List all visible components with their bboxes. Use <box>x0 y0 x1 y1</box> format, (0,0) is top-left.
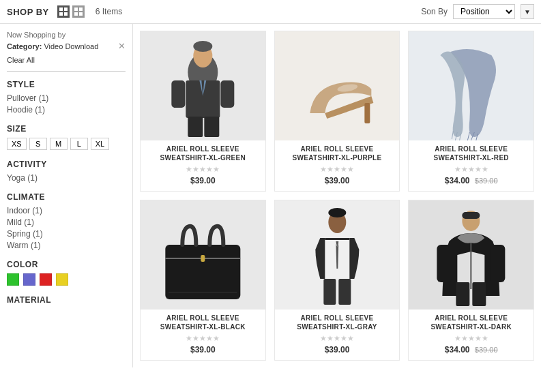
size-xl[interactable]: XL <box>91 138 109 150</box>
activity-filter-header: ACTIVITY <box>7 160 126 169</box>
product-price-2: $39.00 <box>279 176 396 185</box>
size-options: XS S M L XL <box>7 138 126 150</box>
material-filter-section: MATERIAL <box>7 295 126 305</box>
clear-all-link[interactable]: Clear All <box>7 56 126 72</box>
filter-item-mild[interactable]: Mild (1) <box>7 217 126 227</box>
color-swatch-yellow[interactable] <box>56 273 68 286</box>
product-stars-4: ★★★★★ <box>145 334 261 343</box>
filter-item-hoodie[interactable]: Hoodie (1) <box>7 105 126 115</box>
svg-rect-50 <box>456 282 470 306</box>
product-grid: ARIEL ROLL SLEEVE SWEATSHIRT-XL-GREEN ★★… <box>140 31 534 361</box>
size-xs[interactable]: XS <box>7 138 27 150</box>
climate-filter-header: CLIMATE <box>7 192 126 202</box>
product-info-4: ARIEL ROLL SLEEVE SWEATSHIRT-XL-BLACK ★★… <box>141 310 265 360</box>
product-card-4[interactable]: ARIEL ROLL SLEEVE SWEATSHIRT-XL-BLACK ★★… <box>140 200 266 361</box>
color-swatch-blue[interactable] <box>23 273 35 286</box>
svg-rect-7 <box>79 12 83 16</box>
product-stars-3: ★★★★★ <box>413 165 529 174</box>
svg-rect-5 <box>79 7 83 11</box>
product-name-5: ARIEL ROLL SLEEVE SWEATSHIRT-XL-GRAY <box>279 314 396 331</box>
content-area: ARIEL ROLL SLEEVE SWEATSHIRT-XL-GREEN ★★… <box>133 24 541 367</box>
svg-rect-4 <box>74 7 78 11</box>
svg-rect-2 <box>59 12 63 16</box>
color-swatch-green[interactable] <box>7 273 19 286</box>
sort-select[interactable]: Position Name Price <box>453 4 515 19</box>
svg-point-14 <box>193 41 212 52</box>
color-filter-section: COLOR <box>7 260 126 286</box>
style-filter-header: STYLE <box>7 80 126 89</box>
product-card-6[interactable]: SALE NEW <box>408 200 534 361</box>
product-name-6: ARIEL ROLL SLEEVE SWEATSHIRT-XL-DARK <box>413 314 529 331</box>
grid-view-toggle[interactable] <box>57 5 85 18</box>
svg-rect-48 <box>437 245 452 282</box>
svg-rect-51 <box>473 282 486 306</box>
size-l[interactable]: L <box>70 138 88 150</box>
product-image-1 <box>141 31 265 140</box>
material-filter-header: MATERIAL <box>7 295 126 305</box>
size-s[interactable]: S <box>29 138 47 150</box>
size-m[interactable]: M <box>50 138 68 150</box>
style-filter-section: STYLE Pullover (1) Hoodie (1) <box>7 80 126 115</box>
product-stars-2: ★★★★★ <box>279 165 396 174</box>
product-image-3 <box>409 31 533 140</box>
product-image-5 <box>275 200 400 310</box>
svg-rect-32 <box>201 255 205 262</box>
svg-rect-10 <box>186 80 220 118</box>
product-price-6: $34.00 $39.00 <box>413 345 529 355</box>
product-image-6 <box>409 200 533 310</box>
product-name-4: ARIEL ROLL SLEEVE SWEATSHIRT-XL-BLACK <box>145 314 261 331</box>
product-card-5[interactable]: ARIEL ROLL SLEEVE SWEATSHIRT-XL-GRAY ★★★… <box>274 200 400 361</box>
color-filter-header: COLOR <box>7 260 126 269</box>
color-swatch-red[interactable] <box>40 273 52 286</box>
filter-item-pullover[interactable]: Pullover (1) <box>7 93 126 103</box>
svg-rect-42 <box>323 279 336 305</box>
svg-rect-15 <box>188 117 203 137</box>
filter-item-yoga[interactable]: Yoga (1) <box>7 173 126 183</box>
product-card-1[interactable]: ARIEL ROLL SLEEVE SWEATSHIRT-XL-GREEN ★★… <box>140 31 266 192</box>
product-image-4 <box>141 200 265 310</box>
filter-item-spring[interactable]: Spring (1) <box>7 229 126 239</box>
svg-rect-16 <box>204 117 219 137</box>
items-count: 6 Items <box>96 7 122 16</box>
now-shopping-label: Now Shopping by <box>7 31 126 39</box>
now-shopping-section: Now Shopping by Category: Video Download… <box>7 31 126 50</box>
svg-rect-17 <box>171 80 185 108</box>
svg-rect-39 <box>325 238 349 240</box>
svg-rect-46 <box>463 212 480 219</box>
top-bar: SHOP BY 6 Items Son By Position Name Pri… <box>0 0 541 24</box>
product-info-2: ARIEL ROLL SLEEVE SWEATSHIRT-XL-PURPLE ★… <box>275 140 400 191</box>
product-price-4: $39.00 <box>145 345 261 355</box>
product-info-6: ARIEL ROLL SLEEVE SWEATSHIRT-XL-DARK ★★★… <box>409 310 533 360</box>
product-name-2: ARIEL ROLL SLEEVE SWEATSHIRT-XL-PURPLE <box>279 145 396 162</box>
color-swatches <box>7 273 126 286</box>
shop-by-title: SHOP BY <box>7 7 49 17</box>
sort-by-label: Son By <box>421 7 448 16</box>
activity-filter-section: ACTIVITY Yoga (1) <box>7 160 126 183</box>
svg-rect-43 <box>338 279 351 305</box>
size-filter-header: SIZE <box>7 124 126 134</box>
product-stars-6: ★★★★★ <box>413 334 529 343</box>
sort-arrow-btn[interactable]: ▼ <box>521 4 534 19</box>
svg-rect-1 <box>64 7 68 11</box>
grid-4-icon[interactable] <box>57 5 70 18</box>
sidebar: Now Shopping by Category: Video Download… <box>0 24 133 367</box>
svg-rect-18 <box>220 80 234 108</box>
product-info-1: ARIEL ROLL SLEEVE SWEATSHIRT-XL-GREEN ★★… <box>141 140 265 191</box>
product-name-1: ARIEL ROLL SLEEVE SWEATSHIRT-XL-GREEN <box>145 145 261 162</box>
product-card-2[interactable]: ARIEL ROLL SLEEVE SWEATSHIRT-XL-PURPLE ★… <box>274 31 400 192</box>
remove-filter-btn[interactable]: ✕ <box>118 42 126 50</box>
filter-item-indoor[interactable]: Indoor (1) <box>7 206 126 215</box>
category-filter-text: Category: Video Download <box>7 42 98 50</box>
product-name-3: ARIEL ROLL SLEEVE SWEATSHIRT-XL-RED <box>413 145 529 162</box>
product-info-5: ARIEL ROLL SLEEVE SWEATSHIRT-XL-GRAY ★★★… <box>275 310 400 360</box>
filter-item-warm[interactable]: Warm (1) <box>7 241 126 250</box>
climate-filter-section: CLIMATE Indoor (1) Mild (1) Spring (1) W… <box>7 192 126 250</box>
svg-rect-3 <box>64 12 68 16</box>
grid-list-icon[interactable] <box>72 5 85 18</box>
svg-rect-6 <box>74 12 78 16</box>
product-stars-5: ★★★★★ <box>279 334 396 343</box>
sort-controls: Son By Position Name Price ▼ <box>421 4 534 19</box>
main-layout: Now Shopping by Category: Video Download… <box>0 24 541 367</box>
product-card-3[interactable]: SALE NEW <box>408 31 534 192</box>
product-price-1: $39.00 <box>145 176 261 185</box>
